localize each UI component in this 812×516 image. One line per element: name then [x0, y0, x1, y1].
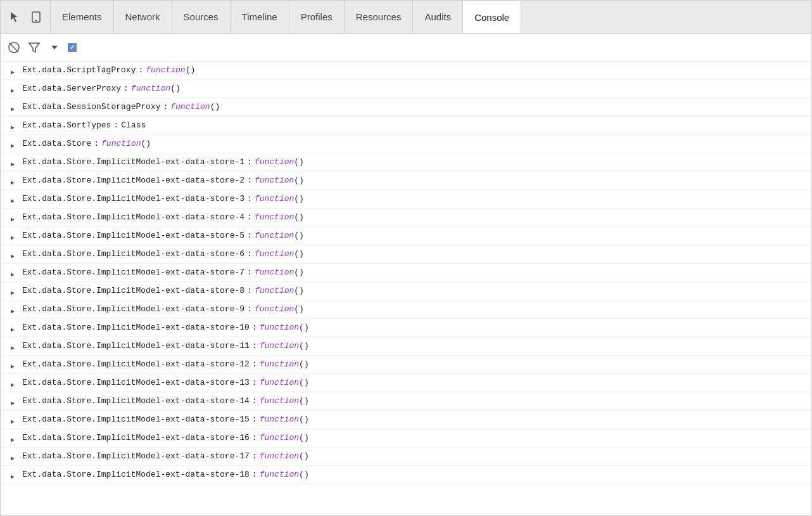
expand-arrow[interactable]: [11, 103, 20, 112]
console-line[interactable]: Ext.data.Store.ImplicitModel-ext-data-st…: [1, 411, 811, 429]
tab-sources[interactable]: Sources: [172, 1, 231, 33]
tab-profiles[interactable]: Profiles: [289, 1, 345, 33]
console-line[interactable]: Ext.data.ScriptTagProxy: function (): [1, 61, 811, 80]
prop-function-keyword: function: [260, 358, 299, 371]
prop-function-keyword: function: [260, 321, 299, 335]
prop-value: (): [299, 468, 309, 482]
tab-bar: Elements Network Sources Timeline Profil…: [1, 1, 811, 34]
prop-function-keyword: function: [101, 137, 141, 151]
prop-colon: :: [247, 229, 252, 243]
expand-arrow[interactable]: [11, 397, 20, 406]
prop-colon: :: [113, 119, 118, 132]
console-output: Ext.data.ScriptTagProxy: function ()Ext.…: [1, 61, 811, 515]
devtools-window: Elements Network Sources Timeline Profil…: [0, 0, 812, 516]
prop-value: (): [299, 431, 309, 445]
expand-arrow[interactable]: [11, 66, 20, 75]
expand-arrow[interactable]: [11, 305, 20, 314]
prop-colon: :: [247, 284, 252, 298]
console-line[interactable]: Ext.data.Store.ImplicitModel-ext-data-st…: [1, 466, 811, 484]
prop-function-keyword: function: [260, 413, 299, 427]
console-line[interactable]: Ext.data.SessionStorageProxy: function (…: [1, 98, 811, 117]
console-line[interactable]: Ext.data.SortTypes: Class: [1, 117, 811, 135]
expand-arrow[interactable]: [11, 139, 20, 148]
expand-arrow[interactable]: [11, 470, 20, 479]
expand-arrow[interactable]: [11, 342, 20, 351]
prop-colon: :: [247, 174, 252, 188]
tab-resources[interactable]: Resources: [345, 1, 414, 33]
prop-function-keyword: function: [255, 229, 294, 243]
tab-audits[interactable]: Audits: [413, 1, 463, 33]
expand-arrow[interactable]: [11, 287, 20, 295]
console-line[interactable]: Ext.data.Store.ImplicitModel-ext-data-st…: [1, 282, 811, 300]
expand-arrow[interactable]: [11, 360, 20, 369]
prop-colon: :: [94, 137, 99, 151]
prop-colon: :: [163, 100, 168, 114]
prop-value: (): [299, 413, 309, 427]
console-line[interactable]: Ext.data.Store.ImplicitModel-ext-data-st…: [1, 300, 811, 319]
prop-name: Ext.data.Store.ImplicitModel-ext-data-st…: [22, 339, 250, 353]
expand-arrow[interactable]: [11, 231, 20, 240]
prop-colon: :: [252, 321, 257, 335]
tab-network[interactable]: Network: [114, 1, 172, 33]
expand-arrow[interactable]: [11, 195, 20, 203]
device-icon[interactable]: [27, 8, 45, 26]
expand-arrow[interactable]: [11, 268, 20, 277]
expand-arrow[interactable]: [11, 378, 20, 387]
tab-elements[interactable]: Elements: [51, 1, 114, 33]
console-line[interactable]: Ext.data.Store.ImplicitModel-ext-data-st…: [1, 448, 811, 466]
prop-colon: :: [247, 192, 252, 206]
expand-arrow[interactable]: [11, 323, 20, 332]
expand-arrow[interactable]: [11, 452, 20, 461]
console-line[interactable]: Ext.data.Store.ImplicitModel-ext-data-st…: [1, 227, 811, 245]
prop-function-keyword: function: [260, 431, 299, 445]
prop-value: (): [294, 247, 304, 261]
expand-arrow[interactable]: [11, 84, 20, 93]
console-line[interactable]: Ext.data.Store.ImplicitModel-ext-data-st…: [1, 319, 811, 337]
expand-arrow[interactable]: [11, 121, 20, 130]
prop-name: Ext.data.SortTypes: [22, 119, 111, 132]
prop-name: Ext.data.Store.ImplicitModel-ext-data-st…: [22, 321, 250, 335]
prop-name: Ext.data.ServerProxy: [22, 82, 121, 96]
prop-name: Ext.data.SessionStorageProxy: [22, 100, 160, 114]
filter-icon[interactable]: [27, 41, 41, 55]
console-line[interactable]: Ext.data.Store.ImplicitModel-ext-data-st…: [1, 356, 811, 374]
prop-function-keyword: function: [260, 376, 299, 390]
prop-colon: :: [247, 302, 252, 316]
console-line[interactable]: Ext.data.Store.ImplicitModel-ext-data-st…: [1, 172, 811, 190]
cursor-icon[interactable]: [6, 8, 23, 26]
prop-colon: :: [252, 431, 257, 445]
console-line[interactable]: Ext.data.Store.ImplicitModel-ext-data-st…: [1, 209, 811, 227]
prop-value: (): [294, 174, 304, 188]
prop-colon: :: [252, 358, 257, 371]
console-line[interactable]: Ext.data.Store.ImplicitModel-ext-data-st…: [1, 190, 811, 209]
console-line[interactable]: Ext.data.Store.ImplicitModel-ext-data-st…: [1, 337, 811, 356]
clear-console-icon[interactable]: [7, 41, 21, 55]
console-line[interactable]: Ext.data.Store.ImplicitModel-ext-data-st…: [1, 264, 811, 282]
expand-arrow[interactable]: [11, 415, 20, 424]
expand-arrow[interactable]: [11, 158, 20, 167]
console-line[interactable]: Ext.data.Store.ImplicitModel-ext-data-st…: [1, 429, 811, 448]
frame-selector[interactable]: [48, 46, 58, 49]
console-line[interactable]: Ext.data.Store.ImplicitModel-ext-data-st…: [1, 392, 811, 411]
preserve-log-checkbox[interactable]: [68, 43, 77, 52]
prop-function-keyword: function: [255, 284, 294, 298]
expand-arrow[interactable]: [11, 434, 20, 442]
prop-function-keyword: function: [170, 100, 210, 114]
prop-value: (): [299, 376, 309, 390]
console-line[interactable]: Ext.data.Store.ImplicitModel-ext-data-st…: [1, 153, 811, 172]
prop-name: Ext.data.Store.ImplicitModel-ext-data-st…: [22, 174, 244, 188]
console-line[interactable]: Ext.data.ServerProxy: function (): [1, 80, 811, 98]
expand-arrow[interactable]: [11, 250, 20, 259]
tab-console[interactable]: Console: [463, 1, 521, 33]
prop-value: (): [294, 155, 304, 169]
tab-timeline[interactable]: Timeline: [231, 1, 289, 33]
expand-arrow[interactable]: [11, 213, 20, 222]
console-line[interactable]: Ext.data.Store.ImplicitModel-ext-data-st…: [1, 245, 811, 264]
console-line[interactable]: Ext.data.Store: function (): [1, 135, 811, 153]
prop-name: Ext.data.Store.ImplicitModel-ext-data-st…: [22, 431, 250, 445]
expand-arrow[interactable]: [11, 176, 20, 185]
prop-function-keyword: function: [255, 247, 294, 261]
preserve-log-option[interactable]: [68, 43, 80, 52]
prop-value: (): [186, 63, 196, 77]
console-line[interactable]: Ext.data.Store.ImplicitModel-ext-data-st…: [1, 374, 811, 392]
